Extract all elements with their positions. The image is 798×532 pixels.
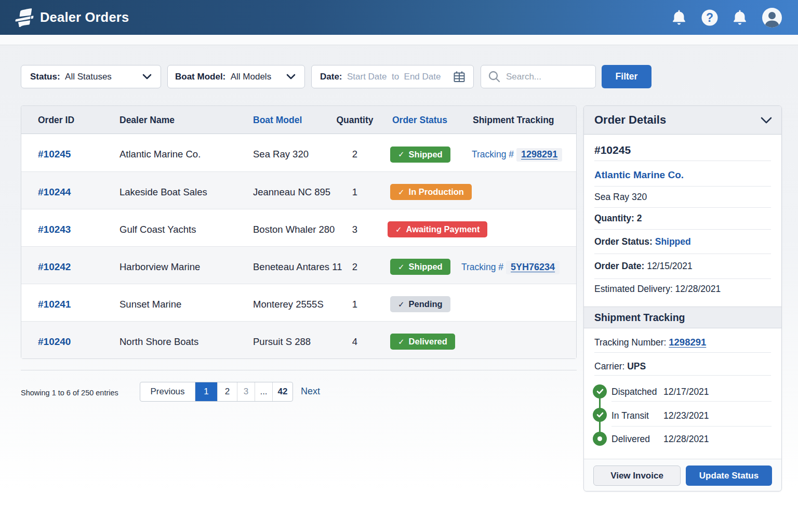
svg-text:?: ? xyxy=(706,11,713,24)
